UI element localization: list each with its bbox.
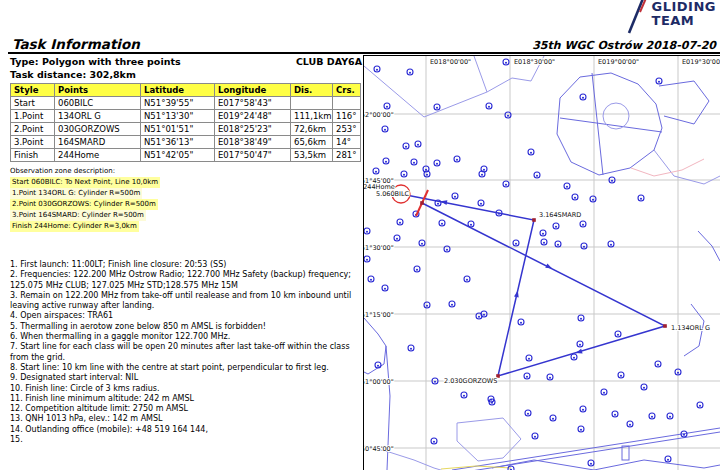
- glider-slash-icon: [618, 0, 648, 34]
- note-line: 5. Thermalling in aerotow zone below 850…: [10, 322, 363, 332]
- waypoint-dot-center: [366, 231, 368, 233]
- task-type: Type: Polygon with three points: [10, 56, 181, 67]
- task-points-table: StylePointsLatitudeLongitudeDis.Crs.Star…: [10, 83, 361, 162]
- note-line: 14. Outlanding office (mobile): +48 519 …: [10, 425, 363, 435]
- table-cell: 53,5km: [291, 149, 333, 162]
- table-cell: 134ORL G: [55, 110, 141, 123]
- class-day: CLUB DAY6A: [296, 56, 362, 67]
- airspace-boundary: [560, 118, 662, 132]
- waypoint-dot-center: [592, 199, 594, 201]
- airspace-boundary: [452, 428, 720, 470]
- waypoint-dot-center: [669, 416, 671, 418]
- table-cell: 72,6km: [291, 123, 333, 136]
- table-cell: 060BILC: [55, 97, 141, 110]
- waypoint-dot-center: [614, 414, 616, 416]
- waypoint-dot-center: [376, 69, 378, 71]
- waypoint-dot-center: [470, 224, 472, 226]
- waypoint-dot-center: [416, 269, 418, 271]
- waypoint-dot-center: [580, 318, 582, 320]
- waypoint-dot-center: [463, 395, 465, 397]
- waypoint-dot-center: [552, 418, 554, 420]
- waypoint-dot-center: [603, 392, 605, 394]
- note-line: 10. Finish line: Circle of 3 kms radius.: [10, 384, 363, 394]
- table-cell: E018°38'49": [215, 136, 291, 149]
- table-cell: E017°58'43": [215, 97, 291, 110]
- note-line: 7. Start line for each class will be ope…: [10, 342, 363, 363]
- airspace-boundary: [557, 73, 662, 175]
- waypoint-dot-center: [579, 344, 581, 346]
- column-header: Points: [55, 84, 141, 97]
- table-row: 3.Point164SMARDN51°36'13"E018°38'49"65,6…: [11, 136, 361, 149]
- table-cell: 164SMARD: [55, 136, 141, 149]
- table-row: 1.Point134ORL GN51°13'30"E019°24'48"111,…: [11, 110, 361, 123]
- waypoint-dot-center: [399, 222, 401, 224]
- waypoint-dot-center: [405, 146, 407, 148]
- waypoint-dot-center: [557, 244, 559, 246]
- waypoint-dot-center: [566, 186, 568, 188]
- note-line: 12. Competition altitude limit: 2750 m A…: [10, 404, 363, 414]
- note-line: 11. Finish line minimum altitude: 242 m …: [10, 394, 363, 404]
- waypoint-dot-center: [530, 152, 532, 154]
- waypoint-dot-center: [620, 375, 622, 377]
- column-header: Latitude: [141, 84, 215, 97]
- table-cell: E019°24'48": [215, 110, 291, 123]
- waypoint-dot-center: [543, 242, 545, 244]
- waypoint-dot-center: [425, 169, 427, 171]
- table-cell: [291, 97, 333, 110]
- table-cell: N51°13'30": [141, 110, 215, 123]
- column-header: Dis.: [291, 84, 333, 97]
- map-label: 3.164SMARD: [539, 211, 581, 219]
- waypoint-dot-center: [396, 238, 398, 240]
- note-line: 6. When thermalling in a gaggle monitor …: [10, 332, 363, 342]
- table-cell: N51°01'51": [141, 123, 215, 136]
- waypoint-dot-center: [456, 159, 458, 161]
- map-canvas: 4.244Home5.060BILC3.164SMARD1.134ORL G2.…: [364, 56, 720, 470]
- note-line: 2. Frequencies: 122.200 MHz Ostrow Radio…: [10, 270, 363, 291]
- waypoint-dot-center: [520, 322, 522, 324]
- waypoint-dot-center: [629, 424, 631, 426]
- waypoint-dot-center: [667, 459, 669, 461]
- table-cell: 3.Point: [11, 136, 55, 149]
- waypoint-dot-center: [488, 106, 490, 108]
- obs-zone-line: 3.Point 164SMARD: Cylinder R=500m: [10, 210, 146, 221]
- waypoint-dot-center: [454, 196, 456, 198]
- airspace-boundary: [659, 81, 709, 124]
- gliding-team-logo: GLIDING TEAM: [618, 0, 716, 34]
- waypoint-dot-center: [491, 402, 493, 404]
- note-line: 4. Open airspaces: TRA61: [10, 311, 363, 321]
- waypoint-dot-center: [436, 163, 438, 165]
- task-information-sheet: GLIDING TEAM Task Information 35th WGC O…: [0, 0, 720, 470]
- table-cell: Finish: [11, 149, 55, 162]
- task-point-marker: [663, 324, 667, 328]
- waypoint-dot-center: [481, 174, 483, 176]
- waypoint-dot-center: [384, 288, 386, 290]
- table-cell: 65,6km: [291, 136, 333, 149]
- map-label: E019°00'00": [598, 58, 639, 66]
- waypoint-dot-center: [677, 372, 679, 374]
- waypoint-dot-center: [580, 429, 582, 431]
- waypoint-dot-center: [437, 203, 439, 205]
- table-cell: N51°39'55": [141, 97, 215, 110]
- note-line: 1. First launch: 11:00LT; Finish line cl…: [10, 260, 363, 270]
- task-map: 4.244Home5.060BILC3.164SMARD1.134ORL G2.…: [363, 55, 720, 470]
- waypoint-dot-center: [386, 106, 388, 108]
- waypoint-dot-center: [658, 81, 660, 83]
- note-line: 13. QNH 1013 hPa, elev.: 142 m AMSL: [10, 414, 363, 424]
- waypoint-dot-center: [403, 174, 405, 176]
- note-line: 15.: [10, 435, 363, 445]
- waypoint-dot-center: [413, 162, 415, 164]
- waypoint-dot-center: [555, 226, 557, 228]
- waypoint-dot-center: [436, 107, 438, 109]
- table-cell: 281°: [333, 149, 361, 162]
- page-title: Task Information: [12, 36, 140, 52]
- task-point-marker: [420, 201, 424, 205]
- waypoint-dot-center: [542, 233, 544, 235]
- table-cell: 253°: [333, 123, 361, 136]
- table-cell: 14°: [333, 136, 361, 149]
- waypoint-dot-center: [528, 358, 530, 360]
- waypoint-dot-center: [699, 405, 701, 407]
- note-line: 3. Remain on 122.200 MHz from take-off u…: [10, 291, 363, 312]
- map-label: E018°30'00": [514, 58, 555, 66]
- obs-zone-title: Observation zone description:: [10, 166, 362, 177]
- waypoint-dot-center: [366, 259, 368, 261]
